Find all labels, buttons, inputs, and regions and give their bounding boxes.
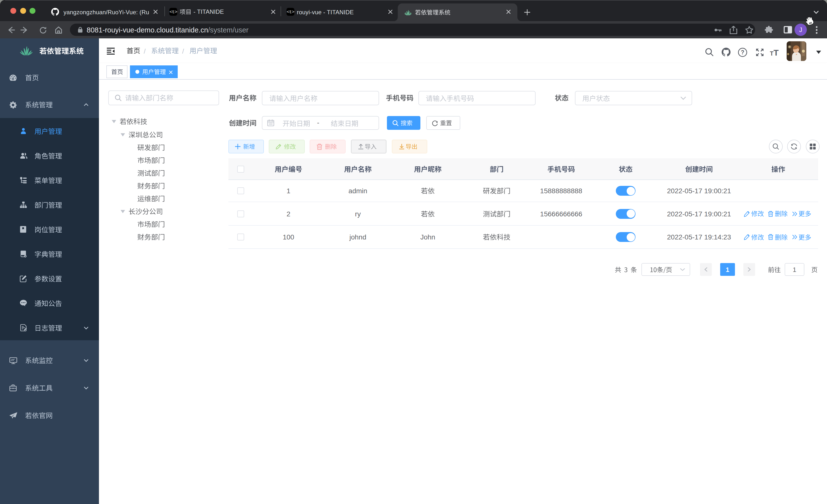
svg-text:?: ? [741, 49, 744, 55]
